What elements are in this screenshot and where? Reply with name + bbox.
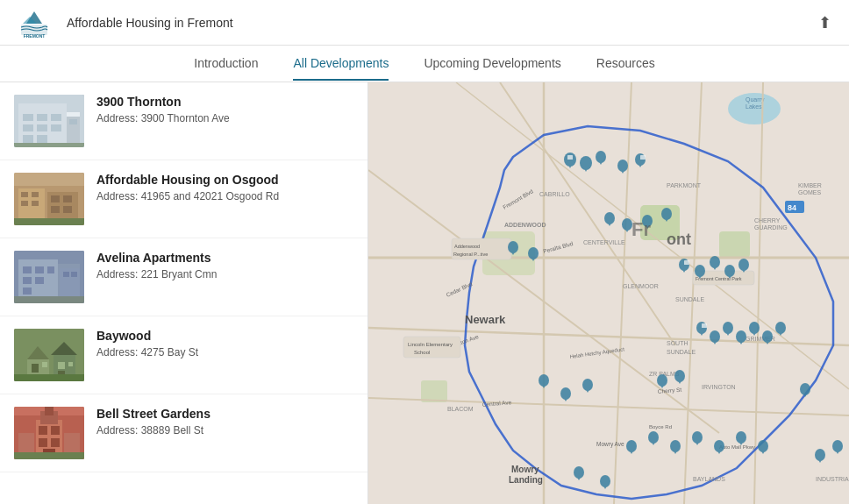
dev-address: Address: 38889 Bell St [96, 424, 353, 437]
svg-text:IRVINGTON: IRVINGTON [702, 384, 736, 390]
svg-text:CABRILLO: CABRILLO [539, 191, 570, 197]
svg-rect-30 [63, 206, 72, 213]
list-item[interactable]: Avelina Apartments Address: 221 Bryant C… [0, 238, 367, 316]
svg-rect-13 [51, 124, 61, 131]
svg-text:ADDENWOOD: ADDENWOOD [504, 222, 546, 228]
dev-name: Avelina Apartments [96, 251, 353, 265]
dev-name: Affordable Housing on Osgood [96, 173, 353, 187]
dev-address: Address: 3900 Thornton Ave [96, 112, 353, 124]
svg-rect-31 [14, 218, 84, 225]
nav-all-developments[interactable]: All Developments [293, 47, 389, 81]
svg-text:ont: ont [667, 231, 691, 248]
dev-details: Bell Street Gardens Address: 38889 Bell … [96, 407, 353, 437]
svg-text:Landing: Landing [509, 475, 543, 485]
svg-rect-50 [32, 364, 39, 373]
main-nav: Introduction All Developments Upcoming D… [0, 46, 849, 82]
svg-text:SUNDALE: SUNDALE [667, 349, 696, 355]
dev-name: Baywood [96, 329, 353, 343]
list-item[interactable]: 3900 Thornton Address: 3900 Thornton Ave [0, 82, 367, 160]
svg-rect-9 [37, 114, 47, 121]
svg-text:SOUTH: SOUTH [667, 340, 688, 346]
svg-rect-57 [14, 374, 84, 381]
svg-text:BAYLANDS: BAYLANDS [693, 476, 725, 482]
dev-name: Bell Street Gardens [96, 407, 353, 421]
app-header: FREMONT Affordable Housing in Fremont ⬆ [0, 0, 849, 46]
nav-introduction[interactable]: Introduction [194, 47, 258, 81]
svg-rect-212 [567, 155, 573, 160]
svg-rect-15 [37, 135, 47, 143]
dev-details: Avelina Apartments Address: 221 Bryant C… [96, 251, 353, 280]
dev-thumbnail [14, 95, 84, 147]
svg-rect-63 [39, 426, 47, 435]
svg-rect-65 [39, 438, 47, 447]
svg-rect-12 [37, 124, 47, 131]
svg-rect-18 [14, 143, 84, 147]
dev-details: 3900 Thornton Address: 3900 Thornton Ave [96, 95, 353, 124]
app-title: Affordable Housing in Fremont [67, 16, 233, 30]
svg-text:SUNDALE: SUNDALE [675, 296, 704, 302]
svg-rect-22 [21, 192, 28, 197]
svg-rect-77 [719, 231, 750, 258]
svg-rect-62 [45, 407, 54, 415]
svg-text:PARKMONT: PARKMONT [667, 182, 702, 188]
svg-text:Lincoln Elementary: Lincoln Elementary [408, 342, 453, 347]
nav-upcoming-developments[interactable]: Upcoming Developments [424, 47, 560, 81]
svg-text:GLENMOOR: GLENMOOR [623, 283, 659, 289]
svg-rect-78 [421, 380, 447, 402]
development-list: 3900 Thornton Address: 3900 Thornton Ave [0, 82, 368, 504]
dev-thumbnail [14, 329, 84, 381]
svg-text:Fremont Central Park: Fremont Central Park [696, 276, 742, 281]
svg-rect-51 [42, 362, 47, 367]
svg-rect-214 [684, 260, 689, 265]
svg-text:Regional P...tive: Regional P...tive [453, 252, 488, 257]
list-item[interactable]: Affordable Housing on Osgood Address: 41… [0, 160, 367, 238]
dev-details: Baywood Address: 4275 Bay St [96, 329, 353, 358]
svg-rect-38 [47, 266, 54, 273]
svg-text:CHERRY: CHERRY [754, 217, 781, 224]
svg-text:BLACOM: BLACOM [447, 406, 474, 412]
svg-rect-213 [640, 155, 646, 160]
logo-area: FREMONT Affordable Housing in Fremont [18, 6, 233, 39]
svg-text:CENTERVILLE: CENTERVILLE [583, 239, 625, 245]
svg-text:Fr: Fr [631, 218, 651, 240]
svg-rect-45 [14, 296, 84, 303]
svg-rect-27 [51, 195, 60, 202]
dev-name: 3900 Thornton [96, 95, 353, 109]
svg-rect-10 [51, 114, 61, 121]
map-panel[interactable]: Quarry Lakes Fremont Blvd Thor [368, 82, 849, 504]
svg-rect-36 [23, 266, 32, 273]
svg-text:FREMONT: FREMONT [24, 33, 46, 39]
share-button[interactable]: ⬆ [818, 13, 831, 32]
list-item[interactable]: Bell Street Gardens Address: 38889 Bell … [0, 394, 367, 472]
list-item[interactable]: Baywood Address: 4275 Bay St [0, 316, 367, 394]
svg-rect-64 [51, 426, 60, 435]
fremont-logo: FREMONT [18, 6, 51, 39]
svg-rect-55 [68, 362, 73, 366]
svg-text:School: School [414, 350, 430, 355]
svg-rect-215 [702, 323, 707, 328]
svg-text:KIMBER: KIMBER [798, 182, 822, 188]
svg-rect-23 [32, 192, 39, 197]
svg-rect-28 [63, 195, 72, 202]
svg-text:GUARDING: GUARDING [754, 224, 788, 231]
svg-rect-40 [35, 277, 44, 284]
dev-thumbnail [14, 407, 84, 459]
svg-text:Boyce Rd: Boyce Rd [649, 424, 672, 429]
svg-text:Addenwood: Addenwood [454, 244, 480, 249]
nav-resources[interactable]: Resources [596, 47, 655, 81]
svg-rect-39 [23, 277, 32, 284]
svg-rect-41 [23, 287, 32, 295]
svg-text:GOMES: GOMES [798, 189, 821, 195]
svg-rect-14 [23, 135, 33, 143]
dev-thumb-image [14, 407, 84, 459]
svg-rect-54 [58, 362, 65, 369]
svg-rect-25 [32, 201, 39, 206]
dev-thumbnail [14, 173, 84, 225]
svg-rect-17 [69, 119, 77, 124]
svg-rect-29 [51, 206, 60, 213]
dev-address: Address: 221 Bryant Cmn [96, 268, 353, 280]
main-content: 3900 Thornton Address: 3900 Thornton Ave [0, 82, 849, 504]
svg-rect-66 [51, 438, 60, 447]
svg-rect-24 [21, 201, 28, 206]
svg-text:Newark: Newark [465, 313, 506, 326]
